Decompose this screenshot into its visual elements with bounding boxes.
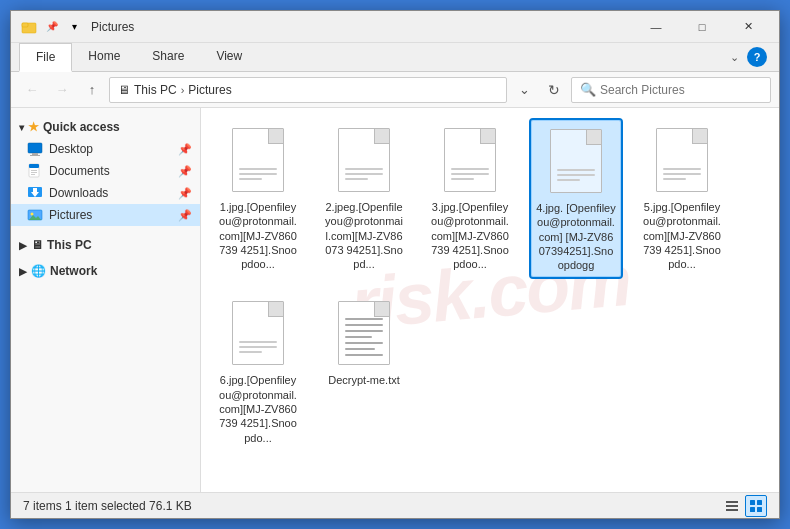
network-chevron: ▶ xyxy=(19,266,27,277)
window-controls: — □ ✕ xyxy=(633,11,771,43)
pictures-icon xyxy=(27,207,43,223)
explorer-window: 📌 ▾ Pictures — □ ✕ File Home Share View … xyxy=(10,10,780,519)
minimize-button[interactable]: — xyxy=(633,11,679,43)
status-text: 7 items 1 item selected 76.1 KB xyxy=(23,499,713,513)
search-bar[interactable]: 🔍 xyxy=(571,77,771,103)
file-icon-7 xyxy=(332,297,396,369)
refresh-button[interactable]: ↻ xyxy=(541,77,567,103)
downloads-label: Downloads xyxy=(49,186,172,200)
content-area: risk.com 1.jpg.[Openfileyou@protonm xyxy=(201,108,779,492)
maximize-button[interactable]: □ xyxy=(679,11,725,43)
quick-access-header[interactable]: ▾ ★ Quick access xyxy=(11,116,200,138)
list-view-button[interactable] xyxy=(721,495,743,517)
quick-access-pin[interactable]: 📌 xyxy=(43,18,61,36)
quick-access-toolbar: 📌 ▾ xyxy=(43,18,83,36)
svg-rect-4 xyxy=(30,155,40,156)
toolbar-bar: ← → ↑ 🖥 This PC › Pictures ⌄ ↻ 🔍 xyxy=(11,72,779,108)
file-label-6: 6.jpg.[Openfileyou@protonmail.com][MJ-ZV… xyxy=(217,373,299,444)
svg-rect-2 xyxy=(28,143,42,153)
svg-rect-22 xyxy=(757,507,762,512)
this-pc-label: This PC xyxy=(47,238,92,252)
pictures-pin: 📌 xyxy=(178,209,192,222)
quick-access-chevron: ▾ xyxy=(19,122,24,133)
svg-rect-16 xyxy=(726,501,738,503)
svg-rect-17 xyxy=(726,505,738,507)
downloads-pin: 📌 xyxy=(178,187,192,200)
svg-rect-8 xyxy=(31,172,37,173)
desktop-label: Desktop xyxy=(49,142,172,156)
svg-rect-19 xyxy=(750,500,755,505)
quick-access-label: Quick access xyxy=(43,120,120,134)
file-item[interactable]: 1.jpg.[Openfileyou@protonmail.com][MJ-ZV… xyxy=(213,120,303,277)
title-bar: 📌 ▾ Pictures — □ ✕ xyxy=(11,11,779,43)
address-folder-icon: 🖥 xyxy=(118,83,130,97)
status-bar: 7 items 1 item selected 76.1 KB xyxy=(11,492,779,518)
address-segment-thispc: This PC xyxy=(134,83,177,97)
svg-rect-12 xyxy=(33,188,37,192)
svg-rect-21 xyxy=(750,507,755,512)
ribbon: File Home Share View ⌄ ? xyxy=(11,43,779,72)
file-item[interactable]: 6.jpg.[Openfileyou@protonmail.com][MJ-ZV… xyxy=(213,293,303,448)
svg-rect-1 xyxy=(22,23,28,27)
close-button[interactable]: ✕ xyxy=(725,11,771,43)
app-icon xyxy=(19,17,39,37)
ribbon-tabs: File Home Share View ⌄ ? xyxy=(11,43,779,71)
desktop-pin: 📌 xyxy=(178,143,192,156)
back-button[interactable]: ← xyxy=(19,77,45,103)
search-icon: 🔍 xyxy=(580,82,596,97)
search-input[interactable] xyxy=(600,83,762,97)
file-label-4: 4.jpg. [Openfileyou@protonmail.com] [MJ-… xyxy=(536,201,616,272)
network-label: Network xyxy=(50,264,97,278)
file-item[interactable]: 5.jpg.[Openfileyou@protonmail.com][MJ-ZV… xyxy=(637,120,727,277)
file-icon-1 xyxy=(226,124,290,196)
window-title: Pictures xyxy=(91,20,633,34)
file-item[interactable]: 4.jpg. [Openfileyou@protonmail.com] [MJ-… xyxy=(531,120,621,277)
sidebar-item-desktop[interactable]: Desktop 📌 xyxy=(11,138,200,160)
sidebar-item-documents[interactable]: Documents 📌 xyxy=(11,160,200,182)
sidebar-item-downloads[interactable]: Downloads 📌 xyxy=(11,182,200,204)
tab-share[interactable]: Share xyxy=(136,43,200,71)
svg-rect-18 xyxy=(726,509,738,511)
file-icon-4 xyxy=(544,125,608,197)
view-buttons xyxy=(721,495,767,517)
network-header[interactable]: ▶ 🌐 Network xyxy=(11,260,200,282)
file-icon-5 xyxy=(650,124,714,196)
svg-rect-9 xyxy=(31,174,35,175)
this-pc-header[interactable]: ▶ 🖥 This PC xyxy=(11,234,200,256)
pictures-label: Pictures xyxy=(49,208,172,222)
ribbon-collapse[interactable]: ⌄ xyxy=(726,47,743,68)
downloads-icon xyxy=(27,185,43,201)
help-button[interactable]: ? xyxy=(747,47,767,67)
tab-view[interactable]: View xyxy=(200,43,258,71)
sidebar-item-pictures[interactable]: Pictures 📌 xyxy=(11,204,200,226)
network-icon: 🌐 xyxy=(31,264,46,278)
documents-label: Documents xyxy=(49,164,172,178)
svg-rect-20 xyxy=(757,500,762,505)
file-icon-3 xyxy=(438,124,502,196)
up-button[interactable]: ↑ xyxy=(79,77,105,103)
forward-button[interactable]: → xyxy=(49,77,75,103)
quick-access-star: ★ xyxy=(28,120,39,134)
svg-rect-6 xyxy=(29,164,39,168)
svg-rect-7 xyxy=(31,170,37,171)
tab-home[interactable]: Home xyxy=(72,43,136,71)
files-grid: 1.jpg.[Openfileyou@protonmail.com][MJ-ZV… xyxy=(213,120,767,449)
tab-file[interactable]: File xyxy=(19,43,72,72)
file-item[interactable]: Decrypt-me.txt xyxy=(319,293,409,448)
address-chevron-1: › xyxy=(177,84,189,96)
documents-pin: 📌 xyxy=(178,165,192,178)
address-segment-pictures: Pictures xyxy=(188,83,231,97)
address-dropdown[interactable]: ⌄ xyxy=(511,77,537,103)
address-bar[interactable]: 🖥 This PC › Pictures xyxy=(109,77,507,103)
file-item[interactable]: 2.jpeg.[Openfileyou@protonmail.com][MJ-Z… xyxy=(319,120,409,277)
this-pc-icon: 🖥 xyxy=(31,238,43,252)
desktop-icon xyxy=(27,141,43,157)
quick-access-dropdown[interactable]: ▾ xyxy=(65,18,83,36)
file-label-7: Decrypt-me.txt xyxy=(328,373,400,387)
sidebar: ▾ ★ Quick access Desktop 📌 xyxy=(11,108,201,492)
file-icon-2 xyxy=(332,124,396,196)
main-area: ▾ ★ Quick access Desktop 📌 xyxy=(11,108,779,492)
file-item[interactable]: 3.jpg.[Openfileyou@protonmail.com][MJ-ZV… xyxy=(425,120,515,277)
file-label-3: 3.jpg.[Openfileyou@protonmail.com][MJ-ZV… xyxy=(429,200,511,271)
grid-view-button[interactable] xyxy=(745,495,767,517)
